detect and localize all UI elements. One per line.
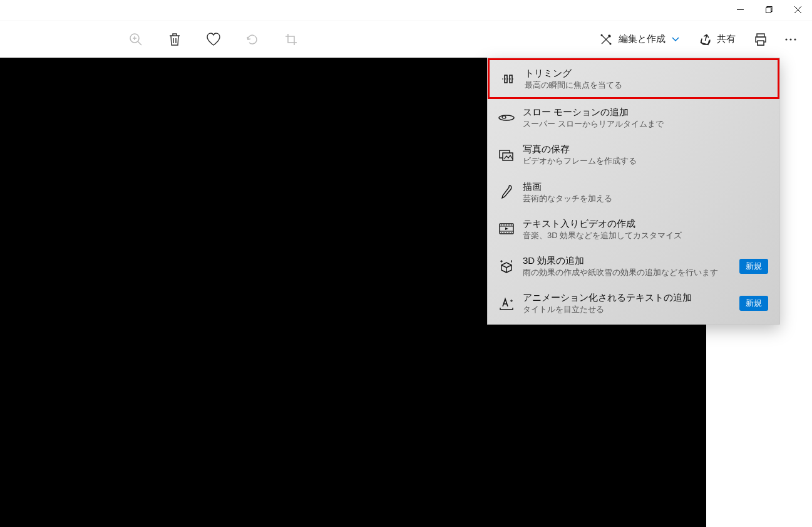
- svg-point-33: [506, 232, 507, 234]
- chevron-down-icon: [672, 37, 679, 42]
- crop-button[interactable]: [274, 27, 308, 52]
- zoom-button[interactable]: [119, 27, 153, 52]
- toolbar-left: [0, 27, 308, 52]
- menu-item-desc: スーパー スローからリアルタイムまで: [523, 118, 768, 130]
- menu-item-animatedtext[interactable]: アニメーション化されるテキストの追加 タイトルを目立たせる 新規: [488, 284, 779, 321]
- close-button[interactable]: [783, 0, 812, 19]
- menu-item-desc: タイトルを目立たせる: [523, 304, 739, 315]
- slowmotion-icon: [498, 113, 515, 122]
- svg-point-14: [789, 38, 791, 40]
- svg-point-31: [501, 232, 502, 234]
- maximize-button[interactable]: [754, 0, 783, 19]
- svg-point-13: [785, 38, 787, 40]
- svg-point-29: [508, 225, 510, 226]
- menu-item-title: トリミング: [525, 66, 766, 80]
- delete-button[interactable]: [158, 27, 192, 52]
- svg-point-19: [499, 115, 514, 120]
- trim-icon: [501, 73, 516, 85]
- maximize-icon: [766, 6, 773, 13]
- edit-create-label: 編集と作成: [619, 33, 666, 45]
- menu-item-savephoto[interactable]: 写真の保存 ビデオからフレームを作成する: [488, 136, 779, 173]
- more-button[interactable]: [777, 27, 804, 52]
- menu-item-title: テキスト入りビデオの作成: [523, 217, 768, 230]
- cube-icon: [499, 259, 514, 274]
- window-controls: [726, 0, 812, 19]
- svg-rect-12: [758, 41, 764, 45]
- rotate-icon: [245, 33, 259, 46]
- menu-item-3deffect[interactable]: 3D 効果の追加 雨の効果の作成や紙吹雪の効果の追加などを行います 新規: [488, 248, 779, 284]
- new-badge: 新規: [739, 296, 768, 311]
- close-icon: [794, 6, 801, 13]
- more-icon: [784, 38, 797, 41]
- menu-item-title: 写真の保存: [523, 142, 768, 155]
- edit-create-button[interactable]: 編集と作成: [591, 28, 688, 51]
- menu-item-slowmotion[interactable]: スロー モーションの追加 スーパー スローからリアルタイムまで: [488, 99, 779, 136]
- svg-point-28: [506, 225, 507, 226]
- menu-item-desc: 音楽、3D 効果などを追加してカスタマイズ: [523, 230, 768, 241]
- svg-point-27: [503, 225, 505, 226]
- title-bar: [0, 0, 812, 20]
- svg-point-9: [601, 34, 603, 36]
- toolbar: 編集と作成 共有: [0, 20, 812, 58]
- print-button[interactable]: [747, 27, 774, 52]
- svg-point-32: [503, 232, 505, 234]
- printer-icon: [754, 33, 768, 46]
- menu-item-desc: 雨の効果の作成や紙吹雪の効果の追加などを行います: [523, 267, 739, 278]
- content-area: トリミング 最高の瞬間に焦点を当てる スロー モーションの追加 スーパー スロー…: [0, 58, 812, 527]
- savephoto-icon: [499, 149, 514, 161]
- svg-rect-2: [766, 8, 771, 13]
- edit-create-menu: トリミング 最高の瞬間に焦点を当てる スロー モーションの追加 スーパー スロー…: [487, 58, 780, 325]
- crop-icon: [284, 33, 298, 46]
- edit-create-icon: [600, 33, 612, 46]
- rotate-button[interactable]: [235, 27, 269, 52]
- draw-icon: [500, 184, 513, 199]
- favorite-button[interactable]: [197, 27, 230, 52]
- menu-item-title: アニメーション化されるテキストの追加: [523, 291, 739, 304]
- menu-item-title: 3D 効果の追加: [523, 254, 739, 267]
- share-label: 共有: [717, 33, 736, 45]
- menu-item-desc: 芸術的なタッチを加える: [523, 193, 768, 204]
- trash-icon: [168, 33, 181, 46]
- svg-line-6: [138, 41, 141, 45]
- menu-item-desc: ビデオからフレームを作成する: [523, 155, 768, 167]
- zoom-icon: [129, 33, 143, 46]
- menu-item-trim[interactable]: トリミング 最高の瞬間に焦点を当てる: [488, 58, 779, 99]
- svg-point-26: [501, 225, 502, 226]
- svg-point-35: [511, 232, 512, 234]
- menu-item-textvideo[interactable]: テキスト入りビデオの作成 音楽、3D 効果などを追加してカスタマイズ: [488, 211, 779, 248]
- menu-item-draw[interactable]: 描画 芸術的なタッチを加える: [488, 174, 779, 211]
- share-button[interactable]: 共有: [691, 28, 744, 51]
- svg-point-10: [610, 43, 612, 44]
- svg-point-34: [508, 232, 510, 234]
- menu-item-title: 描画: [523, 180, 768, 193]
- svg-point-30: [511, 225, 512, 226]
- share-icon: [699, 33, 712, 46]
- minimize-icon: [737, 6, 744, 13]
- textvideo-icon: [499, 222, 514, 235]
- animatedtext-icon: [499, 296, 514, 310]
- menu-item-desc: 最高の瞬間に焦点を当てる: [525, 80, 766, 91]
- svg-point-15: [794, 38, 796, 40]
- minimize-button[interactable]: [726, 0, 754, 19]
- new-badge: 新規: [739, 259, 768, 274]
- heart-icon: [206, 33, 221, 46]
- toolbar-right: 編集と作成 共有: [591, 27, 812, 52]
- svg-point-20: [502, 116, 506, 118]
- menu-item-title: スロー モーションの追加: [523, 105, 768, 118]
